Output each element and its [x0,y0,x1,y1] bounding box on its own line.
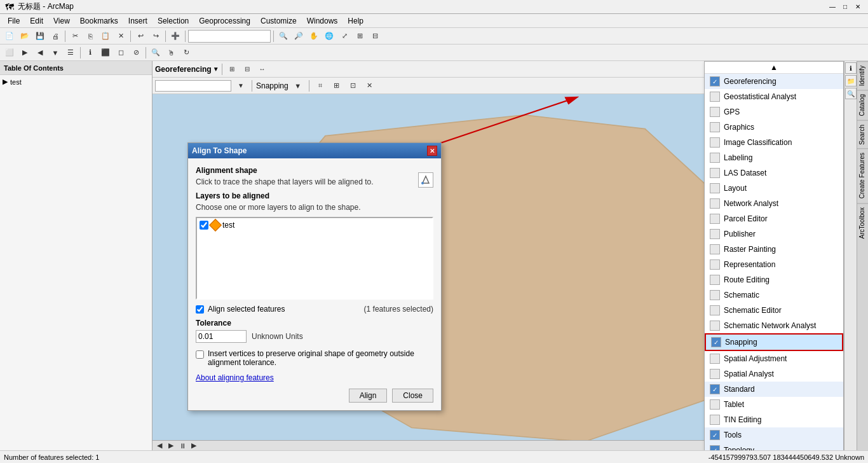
dropdown-item-standard[interactable]: ✓Standard [705,382,843,397]
tab-arctoolbox[interactable]: ArcToolbox [857,203,868,242]
tolerance-input[interactable] [196,330,247,343]
dropdown-item-georeferencing[interactable]: ✓Georeferencing [705,74,843,89]
scroll-left-btn[interactable]: ◀ [155,441,164,450]
add-data-button[interactable]: ➕ [168,29,182,43]
right-btn2[interactable]: 📁 [845,75,857,86]
dropdown-item-spatial-analyst[interactable]: Spatial Analyst [705,366,843,382]
close-button[interactable]: ✕ [853,2,863,12]
fixed-zoom-out-button[interactable]: ⊟ [368,29,382,43]
dropdown-item-representation[interactable]: Representation [705,257,843,272]
undo-button[interactable]: ↩ [133,29,147,43]
toc-expand-icon[interactable]: ▶ [3,78,8,86]
titlebar-controls[interactable]: — □ ✕ [827,2,863,12]
dropdown-item-image-classification[interactable]: Image Classification [705,135,843,150]
layer-item-test[interactable]: test [200,221,430,230]
dropdown-item-tools[interactable]: ✓Tools [705,427,843,443]
dropdown-item-schematic-editor[interactable]: Schematic Editor [705,303,843,318]
full-extent-button[interactable]: ⤢ [337,29,351,43]
magnify-btn[interactable]: 🔍 [149,46,163,60]
dropdown-item-network-analyst[interactable]: Network Analyst [705,196,843,211]
editor-btn4[interactable]: ▼ [48,46,62,60]
menu-item-help[interactable]: Help [342,15,369,27]
menu-item-view[interactable]: View [48,15,75,27]
snap-midpoint-btn[interactable]: ⊡ [346,79,360,93]
save-button[interactable]: 💾 [33,29,47,43]
about-link[interactable]: About aligning features [196,373,433,382]
menu-item-insert[interactable]: Insert [123,15,153,27]
dropdown-item-spatial-adjustment[interactable]: Spatial Adjustment [705,351,843,366]
editor-btn5[interactable]: ☰ [64,46,78,60]
dropdown-item-graphics[interactable]: Graphics [705,120,843,135]
delete-button[interactable]: ✕ [114,29,128,43]
scroll-extra2-btn[interactable]: ▶ [189,441,198,450]
editor-btn1[interactable]: ⬜ [3,46,17,60]
globe-button[interactable]: 🌐 [322,29,336,43]
pan2-btn[interactable]: 🖱 [164,46,178,60]
print-button[interactable]: 🖨 [48,29,62,43]
zoom-in-button[interactable]: 🔍 [276,29,290,43]
snapping-dropdown-btn[interactable]: ▼ [234,79,248,93]
snap-vertex-btn[interactable]: ⌗ [313,79,327,93]
dropdown-item-route-editing[interactable]: Route Editing [705,272,843,287]
dropdown-item-gps[interactable]: GPS [705,104,843,120]
minimize-button[interactable]: — [827,2,837,12]
menu-item-file[interactable]: File [3,15,25,27]
sel2-btn[interactable]: ◻ [114,46,128,60]
new-button[interactable]: 📄 [3,29,17,43]
tab-search[interactable]: Search [857,120,868,149]
editor-btn3[interactable]: ◀ [33,46,47,60]
dropdown-item-topology[interactable]: ✓Topology [705,443,843,450]
dropdown-item-parcel-editor[interactable]: Parcel Editor [705,211,843,226]
trace-shape-button[interactable] [418,172,433,188]
identify-btn[interactable]: ℹ [83,46,97,60]
redo-button[interactable]: ↪ [149,29,163,43]
insert-vertices-checkbox[interactable] [196,350,204,359]
scale-input[interactable] [188,30,271,43]
map-area[interactable]: Georeferencing ▼ ⊞ ⊟ ↔ ▼ Snapping ▼ ⌗ ⊞ … [153,61,844,450]
dropdown-item-tin-editing[interactable]: TIN Editing [705,412,843,427]
dropdown-item-snapping[interactable]: ✓Snapping [705,333,843,351]
fixed-zoom-in-button[interactable]: ⊞ [353,29,367,43]
snap-edge-btn[interactable]: ⊞ [330,79,344,93]
dropdown-item-labeling[interactable]: Labeling [705,150,843,165]
dropdown-item-tablet[interactable]: Tablet [705,397,843,412]
snapping-input[interactable] [155,80,231,92]
tab-identify[interactable]: Identify [857,61,868,90]
menu-item-customize[interactable]: Customize [255,15,302,27]
right-btn3[interactable]: 🔍 [845,88,857,99]
menu-item-edit[interactable]: Edit [25,15,48,27]
dialog-close-button[interactable]: ✕ [427,146,437,156]
dropdown-item-publisher[interactable]: Publisher [705,226,843,242]
open-button[interactable]: 📂 [18,29,32,43]
menu-item-bookmarks[interactable]: Bookmarks [75,15,123,27]
align-selected-checkbox[interactable] [196,305,204,314]
sel-btn[interactable]: ⬛ [98,46,112,60]
dropdown-item-raster-painting[interactable]: Raster Painting [705,242,843,257]
cut-button[interactable]: ✂ [68,29,82,43]
menu-item-geoprocessing[interactable]: Geoprocessing [194,15,255,27]
dropdown-scroll-up[interactable]: ▲ [705,62,843,74]
layer-checkbox-test[interactable] [200,221,208,230]
dropdown-item-geostatistical-analyst[interactable]: Geostatistical Analyst [705,89,843,104]
dropdown-item-schematic-network-analyst[interactable]: Schematic Network Analyst [705,318,843,333]
pan-button[interactable]: ✋ [307,29,321,43]
layers-listbox[interactable]: test [196,217,433,300]
zoom-out-button[interactable]: 🔎 [292,29,306,43]
snap-intersection-btn[interactable]: ✕ [363,79,377,93]
menu-item-windows[interactable]: Windows [302,15,343,27]
scroll-extra-btn[interactable]: ⏸ [178,441,187,450]
dropdown-item-las-dataset[interactable]: LAS Dataset [705,165,843,181]
scroll-right-btn[interactable]: ▶ [166,441,175,450]
clear-sel-btn[interactable]: ⊘ [129,46,143,60]
menu-item-selection[interactable]: Selection [153,15,194,27]
snapping-arrow[interactable]: ▼ [291,79,305,93]
copy-button[interactable]: ⎘ [83,29,97,43]
close-dialog-button[interactable]: Close [392,389,433,403]
right-btn1[interactable]: ℹ [845,62,857,74]
tab-create-features[interactable]: Create Features [857,148,868,202]
dropdown-item-layout[interactable]: Layout [705,181,843,196]
georef-btn3[interactable]: ↔ [255,62,269,76]
georef-btn2[interactable]: ⊟ [240,62,254,76]
maximize-button[interactable]: □ [840,2,850,12]
rotate-btn[interactable]: ↻ [179,46,193,60]
